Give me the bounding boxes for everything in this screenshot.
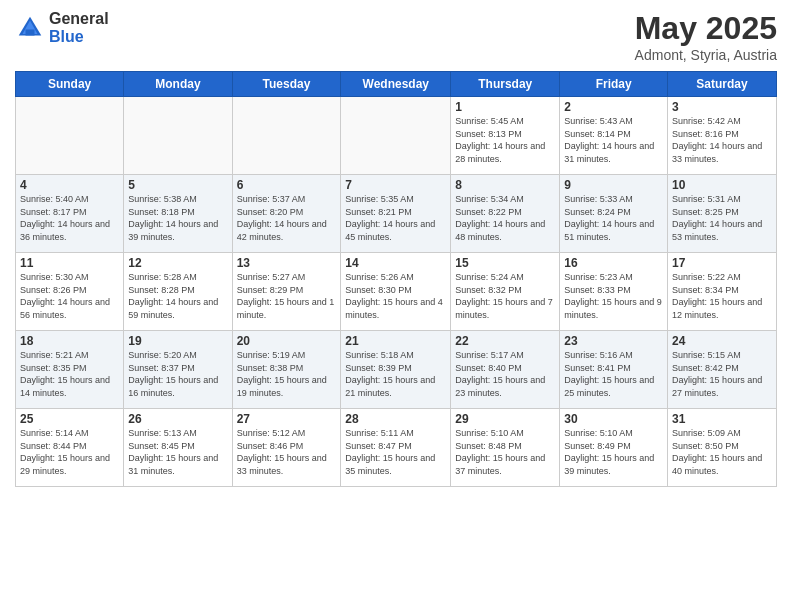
day-number-25: 25 — [20, 412, 119, 426]
day-info-25: Sunrise: 5:14 AM Sunset: 8:44 PM Dayligh… — [20, 427, 119, 477]
logo-icon — [15, 13, 45, 43]
calendar-cell-w3-d6: 16Sunrise: 5:23 AM Sunset: 8:33 PM Dayli… — [560, 253, 668, 331]
calendar-cell-w1-d5: 1Sunrise: 5:45 AM Sunset: 8:13 PM Daylig… — [451, 97, 560, 175]
day-number-20: 20 — [237, 334, 337, 348]
calendar-cell-w4-d3: 20Sunrise: 5:19 AM Sunset: 8:38 PM Dayli… — [232, 331, 341, 409]
day-info-31: Sunrise: 5:09 AM Sunset: 8:50 PM Dayligh… — [672, 427, 772, 477]
svg-rect-2 — [26, 29, 35, 35]
logo: General Blue — [15, 10, 109, 45]
day-number-18: 18 — [20, 334, 119, 348]
day-info-22: Sunrise: 5:17 AM Sunset: 8:40 PM Dayligh… — [455, 349, 555, 399]
day-number-30: 30 — [564, 412, 663, 426]
day-info-16: Sunrise: 5:23 AM Sunset: 8:33 PM Dayligh… — [564, 271, 663, 321]
day-info-27: Sunrise: 5:12 AM Sunset: 8:46 PM Dayligh… — [237, 427, 337, 477]
day-number-21: 21 — [345, 334, 446, 348]
day-number-3: 3 — [672, 100, 772, 114]
calendar-cell-w4-d7: 24Sunrise: 5:15 AM Sunset: 8:42 PM Dayli… — [668, 331, 777, 409]
day-number-16: 16 — [564, 256, 663, 270]
title-location: Admont, Styria, Austria — [635, 47, 777, 63]
day-number-29: 29 — [455, 412, 555, 426]
calendar-cell-w5-d4: 28Sunrise: 5:11 AM Sunset: 8:47 PM Dayli… — [341, 409, 451, 487]
day-info-5: Sunrise: 5:38 AM Sunset: 8:18 PM Dayligh… — [128, 193, 227, 243]
calendar-cell-w1-d6: 2Sunrise: 5:43 AM Sunset: 8:14 PM Daylig… — [560, 97, 668, 175]
calendar-cell-w2-d1: 4Sunrise: 5:40 AM Sunset: 8:17 PM Daylig… — [16, 175, 124, 253]
logo-text: General Blue — [49, 10, 109, 45]
calendar-cell-w4-d4: 21Sunrise: 5:18 AM Sunset: 8:39 PM Dayli… — [341, 331, 451, 409]
header-tuesday: Tuesday — [232, 72, 341, 97]
calendar-cell-w1-d7: 3Sunrise: 5:42 AM Sunset: 8:16 PM Daylig… — [668, 97, 777, 175]
day-number-11: 11 — [20, 256, 119, 270]
day-number-14: 14 — [345, 256, 446, 270]
calendar-cell-w3-d4: 14Sunrise: 5:26 AM Sunset: 8:30 PM Dayli… — [341, 253, 451, 331]
calendar-week-1: 1Sunrise: 5:45 AM Sunset: 8:13 PM Daylig… — [16, 97, 777, 175]
calendar-week-3: 11Sunrise: 5:30 AM Sunset: 8:26 PM Dayli… — [16, 253, 777, 331]
day-number-1: 1 — [455, 100, 555, 114]
day-info-8: Sunrise: 5:34 AM Sunset: 8:22 PM Dayligh… — [455, 193, 555, 243]
day-number-26: 26 — [128, 412, 227, 426]
day-info-28: Sunrise: 5:11 AM Sunset: 8:47 PM Dayligh… — [345, 427, 446, 477]
title-month: May 2025 — [635, 10, 777, 47]
calendar-cell-w2-d2: 5Sunrise: 5:38 AM Sunset: 8:18 PM Daylig… — [124, 175, 232, 253]
calendar-cell-w3-d5: 15Sunrise: 5:24 AM Sunset: 8:32 PM Dayli… — [451, 253, 560, 331]
day-number-15: 15 — [455, 256, 555, 270]
day-number-4: 4 — [20, 178, 119, 192]
calendar-cell-w5-d7: 31Sunrise: 5:09 AM Sunset: 8:50 PM Dayli… — [668, 409, 777, 487]
header-saturday: Saturday — [668, 72, 777, 97]
logo-blue: Blue — [49, 28, 109, 46]
day-info-11: Sunrise: 5:30 AM Sunset: 8:26 PM Dayligh… — [20, 271, 119, 321]
day-number-23: 23 — [564, 334, 663, 348]
calendar-table: Sunday Monday Tuesday Wednesday Thursday… — [15, 71, 777, 487]
calendar-cell-w1-d4 — [341, 97, 451, 175]
day-number-13: 13 — [237, 256, 337, 270]
calendar-cell-w1-d3 — [232, 97, 341, 175]
calendar-cell-w5-d2: 26Sunrise: 5:13 AM Sunset: 8:45 PM Dayli… — [124, 409, 232, 487]
day-number-6: 6 — [237, 178, 337, 192]
day-info-30: Sunrise: 5:10 AM Sunset: 8:49 PM Dayligh… — [564, 427, 663, 477]
calendar-cell-w3-d7: 17Sunrise: 5:22 AM Sunset: 8:34 PM Dayli… — [668, 253, 777, 331]
day-info-21: Sunrise: 5:18 AM Sunset: 8:39 PM Dayligh… — [345, 349, 446, 399]
calendar-week-5: 25Sunrise: 5:14 AM Sunset: 8:44 PM Dayli… — [16, 409, 777, 487]
weekday-header-row: Sunday Monday Tuesday Wednesday Thursday… — [16, 72, 777, 97]
header-monday: Monday — [124, 72, 232, 97]
day-number-7: 7 — [345, 178, 446, 192]
title-block: May 2025 Admont, Styria, Austria — [635, 10, 777, 63]
day-info-2: Sunrise: 5:43 AM Sunset: 8:14 PM Dayligh… — [564, 115, 663, 165]
day-number-17: 17 — [672, 256, 772, 270]
calendar-week-4: 18Sunrise: 5:21 AM Sunset: 8:35 PM Dayli… — [16, 331, 777, 409]
calendar-cell-w2-d4: 7Sunrise: 5:35 AM Sunset: 8:21 PM Daylig… — [341, 175, 451, 253]
day-info-18: Sunrise: 5:21 AM Sunset: 8:35 PM Dayligh… — [20, 349, 119, 399]
calendar-cell-w5-d5: 29Sunrise: 5:10 AM Sunset: 8:48 PM Dayli… — [451, 409, 560, 487]
day-info-6: Sunrise: 5:37 AM Sunset: 8:20 PM Dayligh… — [237, 193, 337, 243]
page: General Blue May 2025 Admont, Styria, Au… — [0, 0, 792, 612]
day-number-5: 5 — [128, 178, 227, 192]
day-number-27: 27 — [237, 412, 337, 426]
day-number-2: 2 — [564, 100, 663, 114]
day-number-8: 8 — [455, 178, 555, 192]
day-info-9: Sunrise: 5:33 AM Sunset: 8:24 PM Dayligh… — [564, 193, 663, 243]
calendar-cell-w2-d5: 8Sunrise: 5:34 AM Sunset: 8:22 PM Daylig… — [451, 175, 560, 253]
calendar-cell-w3-d1: 11Sunrise: 5:30 AM Sunset: 8:26 PM Dayli… — [16, 253, 124, 331]
calendar-cell-w5-d6: 30Sunrise: 5:10 AM Sunset: 8:49 PM Dayli… — [560, 409, 668, 487]
calendar-cell-w2-d3: 6Sunrise: 5:37 AM Sunset: 8:20 PM Daylig… — [232, 175, 341, 253]
header-friday: Friday — [560, 72, 668, 97]
day-info-7: Sunrise: 5:35 AM Sunset: 8:21 PM Dayligh… — [345, 193, 446, 243]
calendar-cell-w2-d6: 9Sunrise: 5:33 AM Sunset: 8:24 PM Daylig… — [560, 175, 668, 253]
header-thursday: Thursday — [451, 72, 560, 97]
header-sunday: Sunday — [16, 72, 124, 97]
day-number-9: 9 — [564, 178, 663, 192]
calendar-cell-w3-d3: 13Sunrise: 5:27 AM Sunset: 8:29 PM Dayli… — [232, 253, 341, 331]
day-number-19: 19 — [128, 334, 227, 348]
day-info-24: Sunrise: 5:15 AM Sunset: 8:42 PM Dayligh… — [672, 349, 772, 399]
day-info-15: Sunrise: 5:24 AM Sunset: 8:32 PM Dayligh… — [455, 271, 555, 321]
day-info-20: Sunrise: 5:19 AM Sunset: 8:38 PM Dayligh… — [237, 349, 337, 399]
calendar-week-2: 4Sunrise: 5:40 AM Sunset: 8:17 PM Daylig… — [16, 175, 777, 253]
day-number-28: 28 — [345, 412, 446, 426]
day-number-10: 10 — [672, 178, 772, 192]
day-info-29: Sunrise: 5:10 AM Sunset: 8:48 PM Dayligh… — [455, 427, 555, 477]
calendar-cell-w4-d6: 23Sunrise: 5:16 AM Sunset: 8:41 PM Dayli… — [560, 331, 668, 409]
logo-general: General — [49, 10, 109, 28]
day-info-10: Sunrise: 5:31 AM Sunset: 8:25 PM Dayligh… — [672, 193, 772, 243]
calendar-cell-w4-d5: 22Sunrise: 5:17 AM Sunset: 8:40 PM Dayli… — [451, 331, 560, 409]
day-info-13: Sunrise: 5:27 AM Sunset: 8:29 PM Dayligh… — [237, 271, 337, 321]
header: General Blue May 2025 Admont, Styria, Au… — [15, 10, 777, 63]
